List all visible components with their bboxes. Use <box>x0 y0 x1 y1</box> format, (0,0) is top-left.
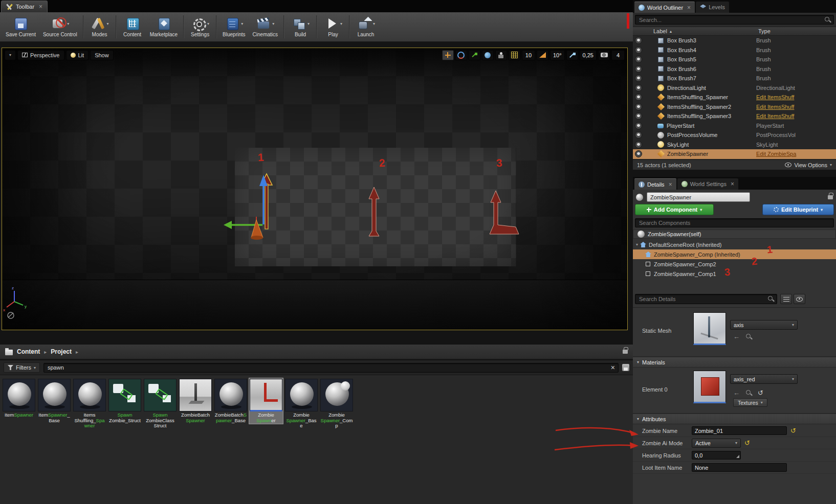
spawner-marker-3-arrow-mesh[interactable] <box>490 191 519 234</box>
visibility-eye-icon[interactable] <box>635 150 642 157</box>
gizmo-x-axis-cone[interactable] <box>251 220 263 238</box>
toolbar-button-save-current[interactable]: Save Current <box>2 13 39 41</box>
display-filter-button[interactable] <box>794 294 805 304</box>
visibility-eye-icon[interactable] <box>635 84 642 91</box>
component-row-zombiespawner-comp1[interactable]: ZombieSpawner_Comp1 <box>633 269 836 279</box>
toolbar-button-content[interactable]: Content <box>119 13 146 41</box>
component-row-zombiespawner-comp-inherited[interactable]: ZombieSpawner_Comp (Inherited) <box>633 249 836 259</box>
toolbar-button-settings[interactable]: ▾Settings <box>186 13 214 41</box>
column-label[interactable]: Label ▴ <box>633 28 758 34</box>
materials-section-header[interactable]: ▾ Materials <box>633 357 836 368</box>
use-selected-icon[interactable]: ← <box>733 333 740 340</box>
material-thumbnail[interactable] <box>693 371 726 403</box>
visibility-eye-icon[interactable] <box>635 141 642 148</box>
asset-tile[interactable]: Zombie Spawner <box>249 378 283 424</box>
property-matrix-button[interactable] <box>780 294 792 304</box>
visibility-eye-icon[interactable] <box>635 122 642 129</box>
scale-snap-icon[interactable] <box>566 50 578 60</box>
outliner-row-box-brush4[interactable]: Box Brush4Brush <box>633 45 836 55</box>
asset-tile[interactable]: Spawn Zombie_Struct <box>108 378 142 424</box>
asset-search-input[interactable] <box>43 363 619 373</box>
tab-levels[interactable]: Levels <box>696 2 729 13</box>
browse-icon[interactable] <box>745 390 752 396</box>
asset-tile[interactable]: Zombie Spawner_Base <box>284 378 318 429</box>
asset-tile[interactable]: ZombieBatch Spawner <box>179 378 212 424</box>
outliner-row-directionallight[interactable]: DirectionalLightDirectionalLight <box>633 83 836 93</box>
toolbar-button-marketplace[interactable]: Marketplace <box>146 13 181 41</box>
viewport-options-button[interactable]: ▾ <box>5 50 16 60</box>
tab-details[interactable]: Details × <box>634 178 676 190</box>
static-mesh-thumbnail[interactable] <box>693 312 726 345</box>
view-options-button[interactable]: View Options ▾ <box>785 162 832 168</box>
outliner-row-itemsshuffling-spawner2[interactable]: ItemsShuffling_Spawner2Edit ItemsShuff <box>633 102 836 112</box>
asset-tile[interactable]: Spawn ZombieClass Struct <box>143 378 177 429</box>
textures-button[interactable]: Textures ▾ <box>733 398 767 407</box>
outliner-row-type[interactable]: Edit ItemsShuff <box>756 113 834 119</box>
search-components-input[interactable] <box>635 218 834 227</box>
toolbar-button-build[interactable]: ▾Build <box>287 13 314 41</box>
component-row-defaultsceneroot-inherited[interactable]: ▾DefaultSceneRoot (Inherited) <box>633 240 836 249</box>
reset-material-icon[interactable]: ↺ <box>758 389 763 397</box>
asset-tile[interactable]: ZombieBatchSpawner_Base <box>214 378 248 424</box>
reset-to-default-icon[interactable]: ↺ <box>744 440 750 446</box>
show-button[interactable]: Show <box>90 50 114 60</box>
perspective-button[interactable]: Perspective <box>17 50 64 60</box>
visibility-eye-icon[interactable] <box>635 94 642 101</box>
camera-speed-icon[interactable] <box>598 50 610 60</box>
browse-icon[interactable] <box>745 333 752 340</box>
toolbar-button-source-control[interactable]: ▾Source Control <box>39 13 81 41</box>
gizmo-y-axis-arrowhead[interactable] <box>224 221 232 229</box>
camera-speed-value[interactable]: 4 <box>611 50 625 60</box>
scale-snap-value[interactable]: 0,25 <box>580 50 597 60</box>
outliner-row-skylight[interactable]: SkyLightSkyLight <box>633 140 836 150</box>
outliner-row-postprocessvolume[interactable]: PostProcessVolumePostProcessVol <box>633 130 836 140</box>
close-icon[interactable]: × <box>687 4 691 11</box>
tab-world-settings[interactable]: World Settings × <box>677 178 738 190</box>
toolbar-button-blueprints[interactable]: ▾Blueprints <box>219 13 249 41</box>
rotate-tool-icon[interactable] <box>455 50 467 60</box>
visibility-eye-icon[interactable] <box>635 103 642 110</box>
edit-blueprint-button[interactable]: Edit Blueprint ▾ <box>762 204 834 215</box>
property-field-hearing-radius[interactable]: 0,0 <box>692 451 741 460</box>
breadcrumb-project[interactable]: Project <box>51 348 72 355</box>
visibility-eye-icon[interactable] <box>635 131 642 139</box>
toolbar-button-modes[interactable]: ▾Modes <box>86 13 114 41</box>
lit-mode-button[interactable]: Lit <box>66 50 89 60</box>
world-local-toggle-icon[interactable] <box>482 50 494 60</box>
asset-tile[interactable]: Items Shuffling_Spawner <box>73 378 106 429</box>
search-details-input[interactable] <box>635 294 777 304</box>
outliner-row-box-brush7[interactable]: Box Brush7Brush <box>633 74 836 83</box>
surface-snap-icon[interactable] <box>495 50 507 60</box>
static-mesh-select[interactable]: axis ▾ <box>730 320 798 330</box>
add-component-button[interactable]: Add Component ▾ <box>635 204 714 215</box>
scale-tool-icon[interactable] <box>469 50 480 60</box>
spawner-marker-2-arrow-mesh[interactable] <box>369 187 379 236</box>
clear-search-icon[interactable]: × <box>611 363 615 372</box>
rotation-snap-icon[interactable] <box>537 50 548 60</box>
outliner-row-zombiespawner[interactable]: ZombieSpawnerEdit ZombieSpa <box>633 149 836 159</box>
outliner-row-itemsshuffling-spawner3[interactable]: ItemsShuffling_Spawner3Edit ItemsShuff <box>633 111 836 121</box>
viewport-3d[interactable]: z x y 1 2 3 ▾ Perspective Lit <box>2 48 628 330</box>
close-icon[interactable]: × <box>731 180 734 188</box>
breadcrumb-content[interactable]: Content <box>17 348 40 355</box>
grid-snap-value[interactable]: 10 <box>522 50 535 60</box>
lock-icon[interactable] <box>623 350 628 354</box>
grid-snap-icon[interactable] <box>509 50 520 60</box>
outliner-row-box-brush5[interactable]: Box Brush5Brush <box>633 55 836 64</box>
use-selected-icon[interactable]: ← <box>733 389 740 397</box>
close-icon[interactable]: × <box>39 3 42 10</box>
actor-self-row[interactable]: ZombieSpawner(self) <box>633 230 836 239</box>
close-icon[interactable]: × <box>669 181 672 188</box>
outliner-row-itemsshuffling-spawner[interactable]: ItemsShuffling_SpawnerEdit ItemsShuff <box>633 93 836 102</box>
property-field-loot-item-name[interactable]: None <box>692 463 787 472</box>
actor-name-field[interactable] <box>647 192 750 202</box>
expander-icon[interactable]: ▾ <box>636 242 638 247</box>
property-field-zombie-name[interactable]: Zombie_01 <box>692 426 787 435</box>
outliner-search-input[interactable] <box>635 15 834 25</box>
asset-tile[interactable]: ItemSpawner_Base <box>37 378 71 424</box>
reset-to-default-icon[interactable]: ↺ <box>790 427 796 434</box>
outliner-row-playerstart[interactable]: PlayerStartPlayerStart <box>633 121 836 131</box>
save-search-icon[interactable] <box>622 364 629 371</box>
toolbar-button-cinematics[interactable]: ▾Cinematics <box>249 13 281 41</box>
toolbar-button-launch[interactable]: ▾Launch <box>352 13 380 41</box>
